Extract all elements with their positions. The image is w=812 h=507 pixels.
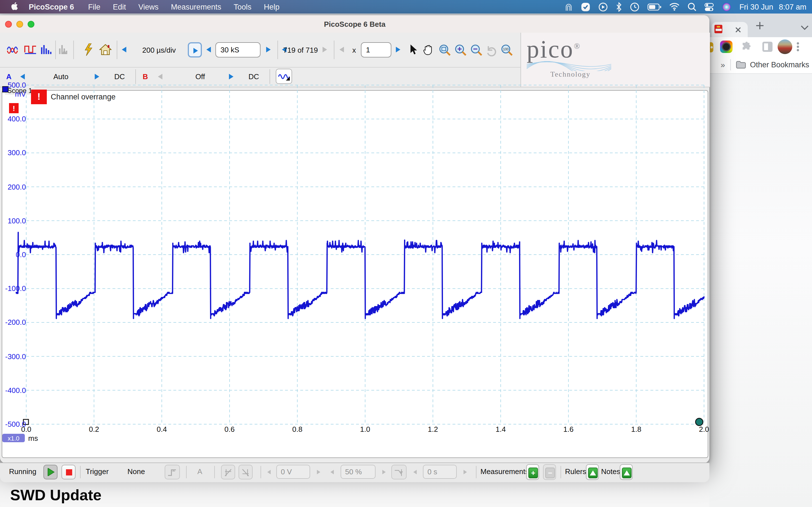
bookmarks-bar: » Other Bookmarks — [709, 56, 812, 74]
stop-button[interactable] — [61, 465, 75, 480]
channel-b-range-up-arrow[interactable] — [229, 73, 234, 79]
toolbar-row-2: A Auto DC B Off DC — [0, 67, 520, 86]
zoom-increase-arrow[interactable] — [396, 47, 400, 52]
browser-menu-icon[interactable] — [797, 41, 799, 52]
trigger-mode[interactable]: None — [128, 467, 145, 476]
divider — [186, 466, 187, 478]
new-tab-icon[interactable] — [756, 21, 764, 30]
page-heading: SWD Update — [10, 487, 101, 504]
brand-name: pico — [527, 35, 574, 63]
channel-a-coupling[interactable]: DC — [114, 72, 125, 81]
extension-icon-partial[interactable] — [709, 42, 713, 52]
timebase-value[interactable]: 200 µs/div — [142, 46, 175, 54]
zoom-button[interactable] — [28, 20, 35, 27]
menu-item-help[interactable]: Help — [258, 3, 286, 11]
zoom-100-tool-icon[interactable]: 100 — [501, 44, 513, 57]
samples-input[interactable]: 30 kS — [215, 42, 260, 57]
scope-tab-label[interactable]: Scope 1 — [5, 87, 35, 95]
menu-item-measurements[interactable]: Measurements — [165, 3, 227, 11]
menu-items: PicoScope 6FileEditViewsMeasurementsTool… — [22, 3, 286, 11]
channel-b-coupling[interactable]: DC — [248, 72, 259, 81]
buffer-next-arrow[interactable] — [322, 47, 327, 52]
trigger-label: Trigger — [86, 467, 109, 476]
pan-hand-tool-icon[interactable] — [423, 45, 433, 56]
menu-item-edit[interactable]: Edit — [107, 3, 132, 11]
zoom-decrease-arrow[interactable] — [340, 47, 344, 52]
scope-plot-area[interactable] — [2, 90, 708, 458]
browser-active-tab[interactable] — [712, 22, 748, 37]
zoom-factor-input[interactable]: 1 — [361, 42, 391, 57]
browser-toolbar — [709, 37, 812, 56]
divider — [214, 466, 215, 478]
checkmark-menu-icon[interactable] — [581, 2, 591, 11]
apple-icon[interactable] — [8, 2, 22, 11]
menu-item-picoscope-6[interactable]: PicoScope 6 — [22, 3, 82, 11]
level-increase-arrow — [317, 469, 320, 474]
divider — [730, 59, 731, 70]
channel-b-range-down-arrow[interactable] — [158, 73, 162, 79]
auto-setup-lightning-icon[interactable] — [84, 43, 93, 56]
siri-icon[interactable] — [722, 2, 731, 11]
other-bookmarks-label[interactable]: Other Bookmarks — [750, 61, 809, 69]
menu-item-views[interactable]: Views — [132, 3, 165, 11]
timebase-increase-button[interactable] — [188, 42, 202, 57]
channel-a-range-down-arrow[interactable] — [20, 73, 25, 79]
zoom-out-tool-icon[interactable] — [470, 44, 483, 57]
side-panel-icon[interactable] — [762, 42, 772, 52]
wifi-icon[interactable] — [669, 3, 679, 11]
play-circle-icon[interactable] — [598, 2, 608, 11]
channel-a-range-up-arrow[interactable] — [95, 73, 99, 79]
scope-view-icon[interactable] — [7, 44, 20, 55]
notes-button[interactable] — [620, 464, 633, 480]
menu-date[interactable]: Fri 30 Jun — [739, 3, 773, 11]
notes-label: Notes — [601, 467, 620, 476]
battery-icon[interactable] — [647, 3, 661, 10]
folder-icon — [736, 61, 746, 69]
pointer-tool-icon[interactable] — [409, 45, 418, 55]
samples-decrease-arrow[interactable] — [206, 47, 211, 52]
camera-extension-icon[interactable] — [720, 41, 732, 53]
time-machine-icon[interactable] — [630, 2, 640, 11]
menu-item-tools[interactable]: Tools — [227, 3, 258, 11]
menu-item-file[interactable]: File — [82, 3, 107, 11]
minimize-button[interactable] — [16, 20, 23, 27]
marquee-zoom-tool-icon[interactable] — [439, 44, 451, 57]
arch-app-icon[interactable] — [564, 2, 573, 11]
bluetooth-icon[interactable] — [616, 2, 622, 11]
channel-a-range[interactable]: Auto — [53, 72, 68, 81]
title-bar[interactable]: PicoScope 6 Beta — [0, 15, 709, 33]
home-settings-icon[interactable] — [99, 43, 112, 56]
square-wave-view-icon[interactable] — [24, 44, 37, 55]
tab-close-icon[interactable] — [735, 27, 741, 33]
trigger-marker-button-disabled — [391, 465, 407, 480]
zoom-in-tool-icon[interactable] — [455, 44, 467, 57]
capture-status: Running — [9, 467, 36, 476]
channel-b-range[interactable]: Off — [195, 72, 205, 81]
add-measurement-button[interactable]: + — [526, 464, 539, 480]
divider — [269, 69, 270, 84]
bookmarks-overflow-icon[interactable]: » — [721, 60, 725, 69]
close-button[interactable] — [5, 20, 12, 27]
timebase-increase-arrow — [193, 48, 198, 53]
extensions-puzzle-icon[interactable] — [742, 42, 752, 52]
stop-icon — [66, 469, 72, 475]
brand-reg: ® — [574, 42, 581, 50]
start-button[interactable] — [43, 465, 57, 480]
control-center-icon[interactable] — [704, 2, 714, 11]
divider — [73, 41, 74, 59]
rulers-button[interactable] — [586, 464, 599, 480]
channel-a-label: A — [6, 72, 11, 81]
timebase-decrease-arrow[interactable] — [122, 47, 126, 52]
samples-increase-arrow[interactable] — [266, 47, 271, 52]
spectrum-view-icon[interactable] — [41, 44, 52, 55]
svg-text:100: 100 — [503, 47, 509, 51]
logo-area: pico® Technology — [520, 33, 710, 87]
royal-mail-favicon — [714, 25, 722, 33]
spotlight-icon[interactable] — [688, 2, 696, 11]
menu-time[interactable]: 8:07 am — [779, 3, 806, 11]
divider — [55, 41, 56, 59]
tab-search-chevron-icon[interactable] — [801, 25, 809, 31]
waveform-mode-button[interactable] — [276, 69, 292, 84]
rulers-icon — [588, 467, 598, 478]
profile-avatar[interactable] — [777, 40, 792, 54]
